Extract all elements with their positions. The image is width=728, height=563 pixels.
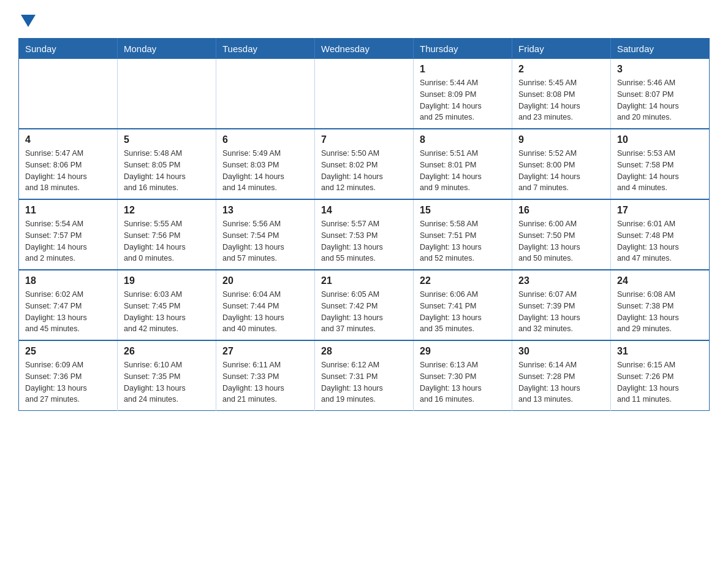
calendar-cell: 3Sunrise: 5:46 AM Sunset: 8:07 PM Daylig…	[611, 59, 710, 129]
day-info: Sunrise: 5:49 AM Sunset: 8:03 PM Dayligh…	[222, 148, 308, 194]
day-info: Sunrise: 5:45 AM Sunset: 8:08 PM Dayligh…	[518, 77, 604, 123]
header	[18, 12, 710, 27]
calendar-cell: 22Sunrise: 6:06 AM Sunset: 7:41 PM Dayli…	[414, 270, 512, 340]
calendar-cell: 8Sunrise: 5:51 AM Sunset: 8:01 PM Daylig…	[414, 129, 512, 199]
weekday-header-sunday: Sunday	[19, 39, 118, 59]
calendar-cell: 6Sunrise: 5:49 AM Sunset: 8:03 PM Daylig…	[216, 129, 315, 199]
day-info: Sunrise: 6:03 AM Sunset: 7:45 PM Dayligh…	[124, 289, 210, 335]
day-info: Sunrise: 5:51 AM Sunset: 8:01 PM Dayligh…	[420, 148, 506, 194]
weekday-header-friday: Friday	[512, 39, 611, 59]
day-info: Sunrise: 5:50 AM Sunset: 8:02 PM Dayligh…	[321, 148, 407, 194]
calendar-cell: 31Sunrise: 6:15 AM Sunset: 7:26 PM Dayli…	[611, 340, 710, 411]
day-number: 6	[222, 134, 308, 145]
calendar-cell: 7Sunrise: 5:50 AM Sunset: 8:02 PM Daylig…	[315, 129, 414, 199]
day-info: Sunrise: 6:13 AM Sunset: 7:30 PM Dayligh…	[420, 359, 506, 405]
calendar-cell: 13Sunrise: 5:56 AM Sunset: 7:54 PM Dayli…	[216, 199, 315, 270]
day-number: 15	[420, 205, 506, 216]
calendar-table: SundayMondayTuesdayWednesdayThursdayFrid…	[18, 38, 710, 411]
day-info: Sunrise: 6:15 AM Sunset: 7:26 PM Dayligh…	[617, 359, 703, 405]
day-info: Sunrise: 6:02 AM Sunset: 7:47 PM Dayligh…	[25, 289, 111, 335]
calendar-cell: 29Sunrise: 6:13 AM Sunset: 7:30 PM Dayli…	[414, 340, 512, 411]
day-number: 30	[518, 346, 604, 357]
weekday-header-wednesday: Wednesday	[315, 39, 414, 59]
calendar-cell: 21Sunrise: 6:05 AM Sunset: 7:42 PM Dayli…	[315, 270, 414, 340]
calendar-cell	[19, 59, 118, 129]
day-info: Sunrise: 5:54 AM Sunset: 7:57 PM Dayligh…	[25, 218, 111, 264]
day-number: 7	[321, 134, 407, 145]
logo	[18, 12, 36, 27]
week-row-5: 25Sunrise: 6:09 AM Sunset: 7:36 PM Dayli…	[19, 340, 710, 411]
day-number: 23	[518, 275, 604, 286]
day-number: 21	[321, 275, 407, 286]
day-number: 27	[222, 346, 308, 357]
calendar-cell: 14Sunrise: 5:57 AM Sunset: 7:53 PM Dayli…	[315, 199, 414, 270]
calendar-cell: 1Sunrise: 5:44 AM Sunset: 8:09 PM Daylig…	[414, 59, 512, 129]
calendar-cell: 9Sunrise: 5:52 AM Sunset: 8:00 PM Daylig…	[512, 129, 611, 199]
calendar-cell	[315, 59, 414, 129]
day-info: Sunrise: 5:52 AM Sunset: 8:00 PM Dayligh…	[518, 148, 604, 194]
calendar-cell: 5Sunrise: 5:48 AM Sunset: 8:05 PM Daylig…	[118, 129, 216, 199]
day-info: Sunrise: 5:58 AM Sunset: 7:51 PM Dayligh…	[420, 218, 506, 264]
day-info: Sunrise: 6:01 AM Sunset: 7:48 PM Dayligh…	[617, 218, 703, 264]
calendar-cell: 12Sunrise: 5:55 AM Sunset: 7:56 PM Dayli…	[118, 199, 216, 270]
day-number: 22	[420, 275, 506, 286]
day-number: 24	[617, 275, 703, 286]
week-row-1: 1Sunrise: 5:44 AM Sunset: 8:09 PM Daylig…	[19, 59, 710, 129]
calendar-cell	[118, 59, 216, 129]
day-number: 9	[518, 134, 604, 145]
day-info: Sunrise: 5:48 AM Sunset: 8:05 PM Dayligh…	[124, 148, 210, 194]
day-number: 18	[25, 275, 111, 286]
day-number: 20	[222, 275, 308, 286]
week-row-2: 4Sunrise: 5:47 AM Sunset: 8:06 PM Daylig…	[19, 129, 710, 199]
weekday-header-monday: Monday	[118, 39, 216, 59]
day-number: 17	[617, 205, 703, 216]
day-number: 1	[420, 64, 506, 75]
calendar-cell: 10Sunrise: 5:53 AM Sunset: 7:58 PM Dayli…	[611, 129, 710, 199]
day-number: 5	[124, 134, 210, 145]
day-info: Sunrise: 6:14 AM Sunset: 7:28 PM Dayligh…	[518, 359, 604, 405]
day-info: Sunrise: 6:06 AM Sunset: 7:41 PM Dayligh…	[420, 289, 506, 335]
day-info: Sunrise: 6:08 AM Sunset: 7:38 PM Dayligh…	[617, 289, 703, 335]
calendar-cell	[216, 59, 315, 129]
day-info: Sunrise: 5:44 AM Sunset: 8:09 PM Dayligh…	[420, 77, 506, 123]
week-row-4: 18Sunrise: 6:02 AM Sunset: 7:47 PM Dayli…	[19, 270, 710, 340]
calendar-cell: 11Sunrise: 5:54 AM Sunset: 7:57 PM Dayli…	[19, 199, 118, 270]
weekday-header-tuesday: Tuesday	[216, 39, 315, 59]
calendar-cell: 23Sunrise: 6:07 AM Sunset: 7:39 PM Dayli…	[512, 270, 611, 340]
day-info: Sunrise: 6:09 AM Sunset: 7:36 PM Dayligh…	[25, 359, 111, 405]
day-number: 29	[420, 346, 506, 357]
day-info: Sunrise: 5:55 AM Sunset: 7:56 PM Dayligh…	[124, 218, 210, 264]
calendar-cell: 20Sunrise: 6:04 AM Sunset: 7:44 PM Dayli…	[216, 270, 315, 340]
day-number: 28	[321, 346, 407, 357]
calendar-cell: 26Sunrise: 6:10 AM Sunset: 7:35 PM Dayli…	[118, 340, 216, 411]
day-info: Sunrise: 6:04 AM Sunset: 7:44 PM Dayligh…	[222, 289, 308, 335]
calendar-cell: 25Sunrise: 6:09 AM Sunset: 7:36 PM Dayli…	[19, 340, 118, 411]
day-number: 31	[617, 346, 703, 357]
day-number: 3	[617, 64, 703, 75]
calendar-cell: 4Sunrise: 5:47 AM Sunset: 8:06 PM Daylig…	[19, 129, 118, 199]
weekday-header-thursday: Thursday	[414, 39, 512, 59]
day-info: Sunrise: 6:05 AM Sunset: 7:42 PM Dayligh…	[321, 289, 407, 335]
day-info: Sunrise: 5:56 AM Sunset: 7:54 PM Dayligh…	[222, 218, 308, 264]
week-row-3: 11Sunrise: 5:54 AM Sunset: 7:57 PM Dayli…	[19, 199, 710, 270]
calendar-cell: 18Sunrise: 6:02 AM Sunset: 7:47 PM Dayli…	[19, 270, 118, 340]
weekday-header-row: SundayMondayTuesdayWednesdayThursdayFrid…	[19, 39, 710, 59]
day-info: Sunrise: 6:10 AM Sunset: 7:35 PM Dayligh…	[124, 359, 210, 405]
day-number: 2	[518, 64, 604, 75]
calendar-cell: 24Sunrise: 6:08 AM Sunset: 7:38 PM Dayli…	[611, 270, 710, 340]
day-number: 13	[222, 205, 308, 216]
day-number: 26	[124, 346, 210, 357]
day-number: 8	[420, 134, 506, 145]
calendar-cell: 2Sunrise: 5:45 AM Sunset: 8:08 PM Daylig…	[512, 59, 611, 129]
logo-triangle-icon	[21, 15, 36, 27]
calendar-cell: 30Sunrise: 6:14 AM Sunset: 7:28 PM Dayli…	[512, 340, 611, 411]
calendar-cell: 16Sunrise: 6:00 AM Sunset: 7:50 PM Dayli…	[512, 199, 611, 270]
day-number: 12	[124, 205, 210, 216]
calendar-cell: 19Sunrise: 6:03 AM Sunset: 7:45 PM Dayli…	[118, 270, 216, 340]
day-number: 4	[25, 134, 111, 145]
calendar-cell: 17Sunrise: 6:01 AM Sunset: 7:48 PM Dayli…	[611, 199, 710, 270]
day-number: 19	[124, 275, 210, 286]
day-info: Sunrise: 6:11 AM Sunset: 7:33 PM Dayligh…	[222, 359, 308, 405]
day-number: 10	[617, 134, 703, 145]
day-info: Sunrise: 5:46 AM Sunset: 8:07 PM Dayligh…	[617, 77, 703, 123]
